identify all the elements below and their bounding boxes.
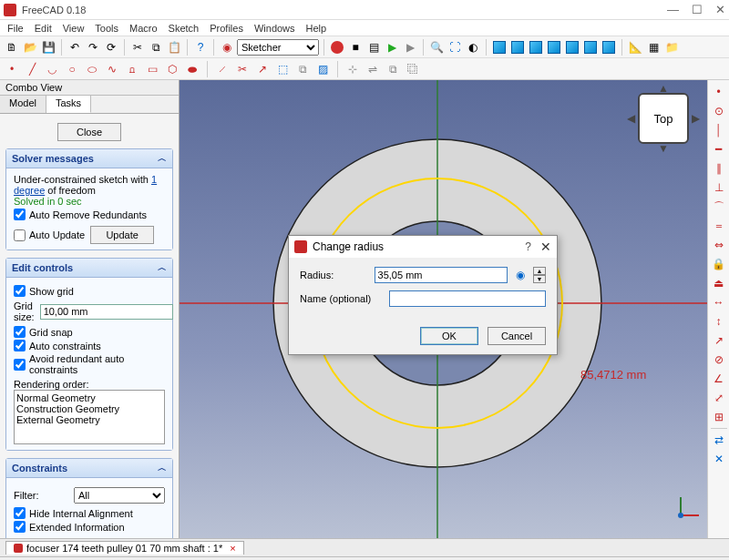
show-grid-checkbox[interactable]: Show grid <box>14 285 165 297</box>
sketch-point-icon[interactable]: • <box>4 61 20 77</box>
sketch-circle-icon[interactable]: ○ <box>64 61 80 77</box>
macro-run-icon[interactable]: ▶ <box>384 39 400 56</box>
task-close-button[interactable]: Close <box>57 123 121 141</box>
tab-tasks[interactable]: Tasks <box>46 96 91 113</box>
radius-constraint-icon[interactable]: ⊘ <box>711 351 727 368</box>
list-item[interactable]: Construction Geometry <box>16 403 162 414</box>
sketch-carbon-copy-icon[interactable]: ⧉ <box>294 61 311 77</box>
lock-constraint-icon[interactable]: ⏏ <box>711 275 727 291</box>
perpendicular-constraint-icon[interactable]: ⊥ <box>711 179 727 196</box>
view-top-icon[interactable] <box>528 39 544 56</box>
view-iso-icon[interactable] <box>491 39 508 56</box>
dialog-help-icon[interactable]: ? <box>525 240 531 253</box>
undo-icon[interactable]: ↶ <box>67 39 83 56</box>
collapse-icon[interactable]: ︿ <box>158 152 167 165</box>
new-file-icon[interactable]: 🗎 <box>4 39 20 56</box>
sketch-copy-icon[interactable]: ⿻ <box>405 61 421 77</box>
grid-size-input[interactable] <box>40 304 173 320</box>
block-constraint-icon[interactable]: 🔒 <box>711 256 727 272</box>
angle-constraint-icon[interactable]: ∠ <box>711 371 727 387</box>
spinner-up-icon[interactable]: ▲ <box>533 267 546 275</box>
list-item[interactable]: Normal Geometry <box>16 392 162 403</box>
vertical-distance-icon[interactable]: ↕ <box>711 313 727 330</box>
radius-spinner[interactable]: ▲ ▼ <box>533 267 546 283</box>
name-input[interactable] <box>389 290 546 307</box>
nav-cube-left-icon[interactable]: ◀ <box>627 112 635 125</box>
whats-this-icon[interactable]: ? <box>192 39 209 56</box>
macro-stop-icon[interactable]: ■ <box>347 39 364 56</box>
hide-internal-checkbox[interactable]: Hide Internal Alignment <box>14 507 165 519</box>
sketch-construction-icon[interactable]: ▨ <box>314 61 331 77</box>
horizontal-distance-icon[interactable]: ↔ <box>711 294 727 311</box>
draw-style-icon[interactable]: ◐ <box>465 39 481 56</box>
cancel-button[interactable]: Cancel <box>488 327 546 345</box>
list-item[interactable]: External Geometry <box>16 414 162 425</box>
sketch-polygon-icon[interactable]: ⬡ <box>164 61 180 77</box>
sketch-arc-icon[interactable]: ◡ <box>44 61 60 77</box>
window-minimize-button[interactable]: — <box>667 3 679 16</box>
macro-debug-icon[interactable]: ▶ <box>402 39 418 56</box>
menu-profiles[interactable]: Profiles <box>210 23 243 34</box>
sketch-fillet-icon[interactable]: ⟋ <box>214 61 231 77</box>
auto-update-checkbox[interactable]: Auto Update <box>14 229 85 241</box>
measure-icon[interactable]: 📐 <box>627 39 643 56</box>
zoom-fit-icon[interactable]: 🔍 <box>428 39 445 56</box>
sketch-extend-icon[interactable]: ↗ <box>254 61 271 77</box>
group-icon[interactable]: 📁 <box>663 39 680 56</box>
menu-help[interactable]: Help <box>306 23 327 34</box>
rendering-order-list[interactable]: Normal Geometry Construction Geometry Ex… <box>14 390 165 444</box>
sketch-trim-icon[interactable]: ✂ <box>234 61 251 77</box>
menu-sketch[interactable]: Sketch <box>169 23 200 34</box>
radius-input[interactable] <box>375 267 508 283</box>
sketch-polyline-icon[interactable]: ⩍ <box>124 61 140 77</box>
redo-icon[interactable]: ↷ <box>85 39 101 56</box>
menu-edit[interactable]: Edit <box>35 23 52 34</box>
grid-snap-checkbox[interactable]: Grid snap <box>14 326 165 338</box>
spinner-down-icon[interactable]: ▼ <box>533 275 546 283</box>
macro-record-icon[interactable] <box>329 39 345 56</box>
nav-cube-face-label[interactable]: Top <box>654 112 673 126</box>
vertical-constraint-icon[interactable]: │ <box>711 122 727 138</box>
view-rear-icon[interactable] <box>564 39 580 56</box>
save-file-icon[interactable]: 💾 <box>40 39 56 56</box>
sketch-symmetry-icon[interactable]: ⇌ <box>364 61 381 77</box>
nav-cube-up-icon[interactable]: ▲ <box>658 82 669 95</box>
tangent-constraint-icon[interactable]: ⌒ <box>711 199 727 215</box>
refresh-icon[interactable]: ⟳ <box>103 39 119 56</box>
paste-icon[interactable]: 📋 <box>166 39 182 56</box>
view-front-icon[interactable] <box>509 39 526 56</box>
document-tab[interactable]: focuser 174 teeth pulley 01 70 mm shaft … <box>5 541 244 555</box>
symmetric-constraint-icon[interactable]: ⇔ <box>711 237 727 253</box>
sketch-select-origin-icon[interactable]: ⊹ <box>344 61 361 77</box>
copy-icon[interactable]: ⧉ <box>148 39 164 56</box>
macro-list-icon[interactable]: ▤ <box>365 39 382 56</box>
equal-constraint-icon[interactable]: ＝ <box>711 218 727 234</box>
menu-macro[interactable]: Macro <box>129 23 158 34</box>
coincident-constraint-icon[interactable]: • <box>711 84 727 100</box>
window-close-button[interactable]: ✕ <box>715 3 725 16</box>
horizontal-constraint-icon[interactable]: ━ <box>711 141 727 158</box>
collapse-icon[interactable]: ︿ <box>158 462 167 474</box>
menu-windows[interactable]: Windows <box>254 23 295 34</box>
sketch-bspline-icon[interactable]: ∿ <box>104 61 120 77</box>
sketch-ellipse-icon[interactable]: ⬭ <box>84 61 100 77</box>
sketch-clone-icon[interactable]: ⧉ <box>385 61 401 77</box>
update-button[interactable]: Update <box>90 226 154 244</box>
filter-select[interactable]: All <box>74 487 165 504</box>
snell-constraint-icon[interactable]: ⤢ <box>711 390 727 406</box>
expression-icon[interactable]: ◉ <box>515 267 527 283</box>
tab-close-icon[interactable]: × <box>230 543 235 554</box>
distance-constraint-icon[interactable]: ↗ <box>711 332 727 349</box>
cut-icon[interactable]: ✂ <box>129 39 146 56</box>
nav-cube-right-icon[interactable]: ▶ <box>692 112 700 125</box>
open-file-icon[interactable]: 📂 <box>22 39 38 56</box>
menu-file[interactable]: File <box>7 23 24 34</box>
part-icon[interactable]: ▦ <box>645 39 662 56</box>
extended-info-checkbox[interactable]: Extended Information <box>14 521 165 533</box>
view-right-icon[interactable] <box>546 39 562 56</box>
view-bottom-icon[interactable] <box>582 39 599 56</box>
sketch-line-icon[interactable]: ╱ <box>24 61 40 77</box>
dialog-close-icon[interactable]: ✕ <box>540 239 551 254</box>
ok-button[interactable]: OK <box>420 327 478 345</box>
menu-tools[interactable]: Tools <box>95 23 118 34</box>
